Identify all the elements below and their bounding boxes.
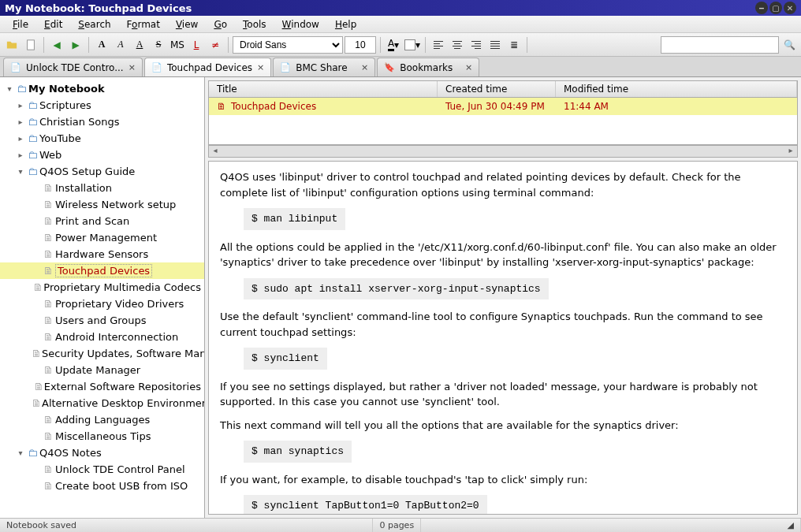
tree-toggle-icon[interactable]: ▸ bbox=[16, 101, 25, 110]
align-center-icon[interactable] bbox=[449, 36, 466, 54]
tab-close-icon[interactable]: × bbox=[129, 62, 136, 73]
search-input[interactable] bbox=[661, 36, 779, 54]
new-page-icon[interactable] bbox=[22, 36, 39, 54]
code-block[interactable]: $ synclient bbox=[244, 348, 327, 370]
note-paragraph[interactable]: If you want, for example, to disable tou… bbox=[220, 472, 786, 488]
tab-0[interactable]: 📄Unlock TDE Contro...× bbox=[3, 58, 143, 76]
maximize-button[interactable]: ▢ bbox=[769, 2, 782, 14]
align-justify-icon[interactable] bbox=[486, 36, 504, 54]
tree-item[interactable]: 🗎Proprietary Multimedia Codecs bbox=[0, 279, 204, 296]
tree-item[interactable]: 🗎Hardware Sensors bbox=[0, 246, 204, 262]
tree-item[interactable]: 🗎Proprietary Video Drivers bbox=[0, 296, 204, 312]
tab-close-icon[interactable]: × bbox=[361, 62, 368, 73]
align-right-icon[interactable] bbox=[468, 36, 485, 54]
tab-close-icon[interactable]: × bbox=[257, 62, 264, 73]
scroll-left-icon[interactable]: ◂ bbox=[209, 146, 222, 157]
menu-edit[interactable]: Edit bbox=[36, 17, 70, 32]
font-family-select[interactable]: Droid Sans bbox=[233, 36, 343, 54]
tree-item[interactable]: ▸🗀Web bbox=[0, 147, 204, 163]
note-editor[interactable]: Q4OS uses 'libinput' driver to control t… bbox=[208, 161, 798, 515]
tree-item[interactable]: ▾🗀Q4OS Notes bbox=[0, 445, 204, 461]
minimize-button[interactable]: ‒ bbox=[755, 2, 768, 14]
menu-go[interactable]: Go bbox=[206, 17, 235, 32]
folder-icon: 🗀 bbox=[25, 149, 39, 161]
font-color-button[interactable]: A▾ bbox=[385, 36, 402, 54]
mono-button[interactable]: MS bbox=[169, 36, 186, 54]
list-body[interactable]: 🗎Touchpad DevicesTue, Jun 30 04:49 PM11:… bbox=[208, 98, 798, 145]
tree-item[interactable]: 🗎Unlock TDE Control Panel bbox=[0, 461, 204, 478]
note-paragraph[interactable]: This next command will tell you all the … bbox=[220, 418, 786, 433]
menu-format[interactable]: Format bbox=[119, 17, 168, 32]
code-block[interactable]: $ man libinput bbox=[244, 208, 345, 230]
code-block[interactable]: $ synclient TapButton1=0 TapButton2=0 bbox=[244, 495, 487, 515]
col-created[interactable]: Created time bbox=[438, 81, 556, 97]
tree-item[interactable]: 🗎Touchpad Devices bbox=[0, 262, 204, 279]
col-modified[interactable]: Modified time bbox=[556, 81, 797, 97]
strike-button[interactable]: S bbox=[150, 36, 167, 54]
tree-item[interactable]: 🗎Users and Groups bbox=[0, 312, 204, 329]
menu-tools[interactable]: Tools bbox=[235, 17, 274, 32]
tree-item[interactable]: 🗎Wireless Network setup bbox=[0, 196, 204, 213]
menu-view[interactable]: View bbox=[168, 17, 206, 32]
search-icon[interactable]: 🔍 bbox=[781, 36, 798, 54]
bg-color-button[interactable]: ▾ bbox=[404, 36, 421, 54]
tree-item[interactable]: ▾🗀Q4OS Setup Guide bbox=[0, 163, 204, 180]
tree-item[interactable]: 🗎Create boot USB from ISO bbox=[0, 478, 204, 494]
tree-item[interactable]: ▸🗀Christian Songs bbox=[0, 113, 204, 130]
menu-window[interactable]: Window bbox=[274, 17, 327, 32]
tree-item[interactable]: 🗎Installation bbox=[0, 180, 204, 196]
back-icon[interactable]: ◀ bbox=[48, 36, 65, 54]
tree-item[interactable]: 🗎Security Updates, Software Manager bbox=[0, 345, 204, 362]
tab-2[interactable]: 📄BMC Share× bbox=[273, 58, 375, 76]
align-left-icon[interactable] bbox=[430, 36, 447, 54]
tree-toggle-icon[interactable]: ▸ bbox=[16, 151, 25, 159]
close-button[interactable]: ✕ bbox=[784, 2, 796, 14]
tree-item[interactable]: 🗎Update Manager bbox=[0, 362, 204, 378]
tree-item[interactable]: 🗎External Software Repositories bbox=[0, 378, 204, 395]
code-block[interactable]: $ man synaptics bbox=[244, 441, 352, 463]
menu-help[interactable]: Help bbox=[327, 17, 364, 32]
link-button[interactable]: L bbox=[188, 36, 205, 54]
list-cell-title: 🗎Touchpad Devices bbox=[209, 101, 438, 112]
font-size-input[interactable] bbox=[345, 36, 376, 54]
tab-3[interactable]: 🔖Bookmarks× bbox=[377, 58, 479, 76]
note-paragraph[interactable]: Use the default 'synclient' command-line… bbox=[220, 309, 786, 340]
tab-1[interactable]: 📄Touchpad Devices× bbox=[144, 58, 271, 76]
note-paragraph[interactable]: Q4OS uses 'libinput' driver to control t… bbox=[220, 169, 786, 200]
tree-toggle-icon[interactable]: ▾ bbox=[16, 448, 25, 457]
note-paragraph[interactable]: All the options could be applied in the … bbox=[220, 240, 786, 270]
italic-button[interactable]: A bbox=[112, 36, 129, 54]
sidebar-tree[interactable]: ▾🗀My Notebook▸🗀Scriptures▸🗀Christian Son… bbox=[0, 77, 205, 518]
tree-toggle-icon[interactable]: ▾ bbox=[5, 84, 14, 93]
tree-item[interactable]: ▸🗀YouTube bbox=[0, 130, 204, 147]
clear-format-button[interactable]: ≠ bbox=[207, 36, 224, 54]
tree-item[interactable]: 🗎Adding Languages bbox=[0, 411, 204, 428]
menu-file[interactable]: File bbox=[5, 17, 36, 32]
tree-item[interactable]: 🗎Print and Scan bbox=[0, 213, 204, 229]
bullet-list-icon[interactable]: ≣ bbox=[505, 36, 523, 54]
code-block[interactable]: $ sudo apt install xserver-xorg-input-sy… bbox=[244, 278, 549, 300]
tree-toggle-icon[interactable]: ▾ bbox=[16, 167, 25, 176]
tree-toggle-icon[interactable]: ▸ bbox=[16, 117, 25, 126]
tree-item[interactable]: 🗎Miscellaneous Tips bbox=[0, 428, 204, 445]
tree-item[interactable]: 🗎Alternative Desktop Environments bbox=[0, 395, 204, 411]
tree-item[interactable]: ▾🗀My Notebook bbox=[0, 80, 204, 97]
tree-item[interactable]: 🗎Power Management bbox=[0, 229, 204, 246]
tree-item[interactable]: ▸🗀Scriptures bbox=[0, 97, 204, 113]
tab-close-icon[interactable]: × bbox=[465, 62, 472, 73]
resize-grip-icon[interactable]: ◢ bbox=[781, 519, 801, 532]
underline-button[interactable]: A bbox=[131, 36, 148, 54]
forward-icon[interactable]: ▶ bbox=[67, 36, 84, 54]
horizontal-scrollbar[interactable]: ◂ ▸ bbox=[208, 145, 798, 158]
col-title[interactable]: Title bbox=[209, 81, 438, 97]
scroll-right-icon[interactable]: ▸ bbox=[784, 146, 797, 157]
bold-button[interactable]: A bbox=[93, 36, 110, 54]
open-icon[interactable] bbox=[3, 36, 20, 54]
tree-toggle-icon[interactable]: ▸ bbox=[16, 134, 25, 143]
tree-label: Unlock TDE Control Panel bbox=[55, 463, 185, 475]
tree-item[interactable]: 🗎Android Interconnection bbox=[0, 329, 204, 345]
menu-search[interactable]: Search bbox=[70, 17, 118, 32]
list-row[interactable]: 🗎Touchpad DevicesTue, Jun 30 04:49 PM11:… bbox=[209, 98, 797, 115]
page-icon: 🗎 bbox=[41, 463, 55, 475]
note-paragraph[interactable]: If you see no settings displayed, but ra… bbox=[220, 379, 786, 410]
